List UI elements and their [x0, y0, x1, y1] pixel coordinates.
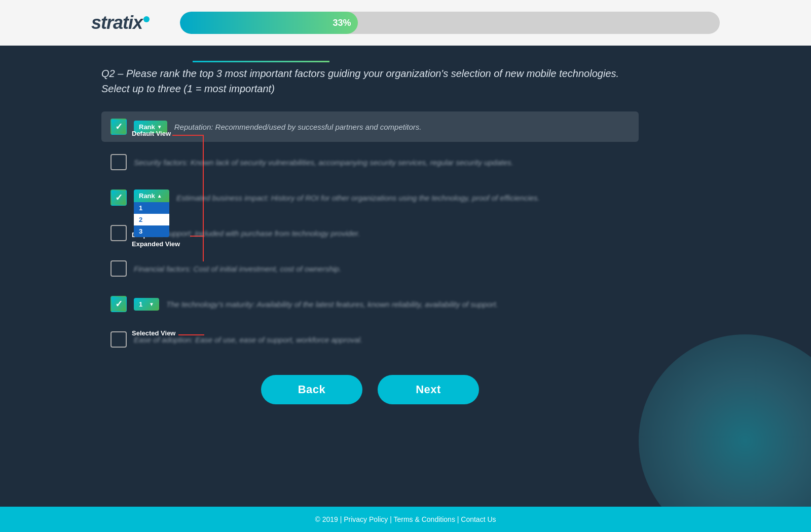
checkbox-4[interactable] [110, 225, 127, 241]
checkbox-2[interactable] [110, 154, 127, 170]
item-text-5: Financial factors: Cost of initial inves… [134, 263, 341, 274]
logo: stratix [91, 12, 150, 33]
item-row: Ease of adoption: Ease of use, ease of s… [101, 324, 639, 355]
item-row: Services/support: Included with purchase… [101, 218, 639, 248]
checkbox-1[interactable]: ✓ [110, 119, 127, 135]
progress-label: 33% [333, 18, 351, 28]
checkmark-3: ✓ [115, 192, 123, 203]
default-view-line-h [172, 135, 203, 136]
header: stratix 33% [0, 0, 811, 46]
question-text: Q2 – Please rank the top 3 most importan… [101, 66, 639, 96]
rank-arrow-1: ▼ [157, 124, 162, 130]
item-row: ✓ Rank ▲ 1 2 3 [101, 182, 639, 213]
item-text-2: Security factors: Known lack of security… [134, 157, 513, 168]
item-row: Security factors: Known lack of security… [101, 147, 639, 177]
dropdown-expanded-3: Rank ▲ 1 2 3 [134, 189, 169, 237]
rank-button-6[interactable]: 1 ▼ [134, 298, 159, 311]
item-row: Financial factors: Cost of initial inves… [101, 253, 639, 284]
rank-btn-top-label: Rank [139, 192, 155, 200]
dropdown-option-1[interactable]: 1 [134, 202, 169, 214]
checkmark-1: ✓ [115, 121, 123, 132]
back-button[interactable]: Back [261, 375, 362, 404]
item-text-7: Ease of adoption: Ease of use, ease of s… [134, 334, 362, 345]
rank-selected-value: 1 [139, 300, 142, 308]
item-text-3: Estimated business impact: History of RO… [176, 193, 540, 203]
checkbox-5[interactable] [110, 260, 127, 277]
default-view-label: Default View [132, 130, 171, 137]
rank-btn-top-3[interactable]: Rank ▲ [134, 189, 169, 202]
logo-dot [143, 16, 150, 22]
rank-top-arrow: ▲ [157, 193, 162, 199]
rank-dropdown-3: Rank ▲ 1 2 3 [134, 189, 169, 206]
item-row: ✓ 1 ▼ The technology's maturity: Availab… [101, 289, 639, 319]
checkbox-7[interactable] [110, 331, 127, 348]
item-text-6: The technology's maturity: Availability … [166, 299, 498, 310]
content-area: Q2 – Please rank the top 3 most importan… [101, 66, 639, 404]
footer-text: © 2019 | Privacy Policy | Terms & Condit… [315, 515, 496, 523]
rank-arrow-6: ▼ [149, 301, 154, 307]
main-content: Q2 – Please rank the top 3 most importan… [0, 46, 811, 507]
item-text-1: Reputation: Recommended/used by successf… [174, 122, 422, 132]
progress-container: 33% [180, 12, 720, 34]
progress-bar: 33% [180, 12, 358, 34]
bg-decoration [639, 334, 811, 507]
tab-underline [193, 61, 329, 62]
dropdown-option-3[interactable]: 3 [134, 225, 169, 237]
checkbox-3[interactable]: ✓ [110, 189, 127, 206]
next-button[interactable]: Next [378, 375, 479, 404]
buttons-row: Back Next [101, 375, 639, 404]
items-list: ✓ Rank ▼ Reputation: Recommended/used by… [101, 111, 639, 355]
footer: © 2019 | Privacy Policy | Terms & Condit… [0, 507, 811, 532]
logo-text: stratix [91, 12, 142, 33]
dropdown-options-3: 1 2 3 [134, 202, 169, 237]
item-row: ✓ Rank ▼ Reputation: Recommended/used by… [101, 111, 639, 142]
dropdown-option-2[interactable]: 2 [134, 214, 169, 225]
checkbox-6[interactable]: ✓ [110, 296, 127, 312]
checkmark-6: ✓ [115, 298, 123, 310]
